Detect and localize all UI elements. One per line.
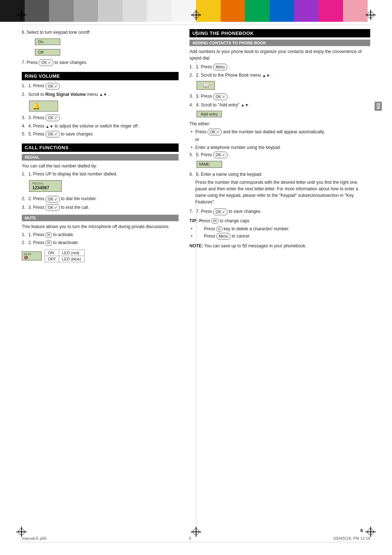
call-functions-section: CALL FUNCTIONS REDIAL You can call the l… [22,143,179,264]
redial-description: You can call the last number dialled by: [22,163,179,169]
ok-key-rv1: OK ✓ [45,83,60,90]
pb-step7-suffix: to save changes. [229,209,262,214]
note-text: You can save up to 50 messages in your p… [204,243,306,248]
pb-step6-label: 6. Enter a name using the keypad: [196,171,262,178]
on-screen: On [35,39,60,45]
page-number: 6 [360,528,363,533]
on-label-text: On [38,40,44,44]
rv-screen-container: 🔔 [29,99,179,113]
ok-key-redial3: OK ✓ [45,204,60,211]
color-block-7 [147,0,172,22]
mute-on-row: ON LED (red) [45,250,85,256]
pb-step6-desc: Press the number that corresponds with t… [189,179,370,205]
rv-step1: 1. 1. Press OK ✓ . [22,82,179,89]
tip-label: TIP: [189,218,198,223]
pb-step1-suffix: . [229,64,230,69]
rv-step1-suffix: . [61,83,62,88]
mute-off-label: OFF [45,256,59,262]
ring-volume-section: RING VOLUME 1. 1. Press OK ✓ . 2. Scroll… [22,72,179,138]
left-column: 6. Select to turn keypad tone on/off: On… [22,29,179,526]
rv-step2-suffix: menu [87,92,99,97]
off-screen: Off [35,49,60,56]
call-functions-header: CALL FUNCTIONS [22,143,179,152]
pb-step2: 2. 2. Scroll to the Phone Book menu ▲▼ . [189,72,370,78]
redial-step2: 2. 2. Press OK ✓ to dial the number. [22,195,179,202]
scroll-icon-rv4: ▲▼ [45,123,53,130]
rv-step4-suffix: to adjust the volume or switch the ringe… [54,123,140,129]
mute-led-blue: LED (blue) [59,256,85,262]
color-block-6 [123,0,147,22]
rv-step5: 5. 5. Press OK ✓ to save changes [22,131,179,138]
footer-right: 2004/5/18, PM 12:18 [333,536,370,540]
either-label: The either: [189,121,370,127]
color-block-white [368,0,392,22]
rv-step2-dot: . [108,92,109,97]
pb-icon-screen-container: 📖 [197,80,370,91]
rv-step3: 3. 3. Press OK ✓ . [22,114,179,121]
note-section: NOTE: You can save up to 50 messages in … [189,243,370,249]
reg-mark-top-left [18,12,25,18]
color-block-8 [172,0,196,22]
color-block-pink [319,0,343,22]
step7: 7. Press OK ✓ to save changes. [22,59,179,66]
reg-mark-bottom-left [18,528,25,535]
pb-step7-prefix: 7. Press [196,209,212,214]
mute-step1-suffix: to activate. [53,232,74,237]
ok-key-bullet1: OK ✓ [208,129,222,135]
rv-step2-prefix: Scroll to [28,92,45,97]
add-entry-label: Add entry [201,112,218,116]
mute-off-row: OFF LED (blue) [45,256,85,262]
phonebook-header: USING THE PHONEBOOK [189,29,370,37]
step7-text: 7. Press [22,60,38,65]
mute-screen-icon: 🔇 [24,256,40,259]
right-column: USING THE PHONEBOOK ADDING CONTACTS TO P… [189,29,370,526]
rv-step5-prefix: 5. Press [28,131,44,137]
rv-step2: 2. Scroll to Ring Signal Volume menu ▲▼ … [22,91,179,98]
top-border [22,25,370,25]
pb-bullet1-prefix: Press [195,129,207,134]
reg-mark-bottom-center [193,528,199,535]
pb-step1: 1. 1. Press Menu . [189,64,370,70]
ring-volume-header: RING VOLUME [22,72,179,80]
ok-key-pb5: OK ✓ [213,151,227,158]
redial-step3: 3. 3. Press OK ✓ to end the call. [22,204,179,211]
pb-step5: 5. 5. Press OK ✓ . [189,151,370,158]
tip-bullet1-prefix: Press [199,218,210,223]
redial-step1: 1. 1. Press UP to display the last numbe… [22,171,179,177]
ok-key-rv3: OK ✓ [45,114,60,121]
color-block-orange [221,0,245,22]
mute-key-2: M [45,240,52,246]
footer-center: 9 [189,536,191,540]
ok-key-redial2: OK ✓ [45,196,60,203]
color-block-5 [98,0,123,22]
mute-on-label: ON [45,250,59,256]
mute-description: This feature allows you to turn the micr… [22,223,179,230]
pb-step4-dot: . [250,102,251,108]
add-contacts-description: Add numbers to your phone book to organi… [189,48,370,61]
off-option: Off [35,48,179,57]
scroll-icon-pb2: ▲▼ [262,73,270,79]
pb-step4-prefix: 4. Scroll to "Add entry" [196,102,240,108]
tip-bullet3-suffix: to cancel. [232,234,250,239]
redial-number: 1234567 [32,185,58,190]
mute-step2-suffix: to deactivate. [53,240,79,245]
pb-step4: 4. 4. Scroll to "Add entry" ▲▼ . [189,102,370,108]
tip-bullet1: Press ## to change caps. [199,218,250,223]
menu-key-tip: Menu [216,233,230,240]
bottom-border [22,542,370,542]
pb-bullet2-text: Enter a telephone number using the keypa… [195,145,281,150]
step6-label: 6. Select to turn keypad tone on/off: [22,29,179,36]
pb-step2-prefix: 2. Scroll to the Phone Book menu [196,73,261,78]
redial-step3-prefix: 3. Press [28,205,44,210]
pb-bullet1-suffix: and the number last dialled will appear … [223,129,325,134]
color-block-light-pink [343,0,368,22]
pb-step1-prefix: 1. Press [196,64,212,69]
rv-screen: 🔔 [29,101,58,112]
top-bar-left [0,0,196,22]
pb-step5-prefix: 5. Press [196,152,212,157]
keypad-tone-section: 6. Select to turn keypad tone on/off: On… [22,29,179,66]
color-block-blue [270,0,294,22]
redial-step2-prefix: 2. Press [28,196,44,201]
pb-step5-suffix: . [229,152,230,157]
pb-bullet1: Press OK ✓ and the number last dialled w… [189,129,370,135]
